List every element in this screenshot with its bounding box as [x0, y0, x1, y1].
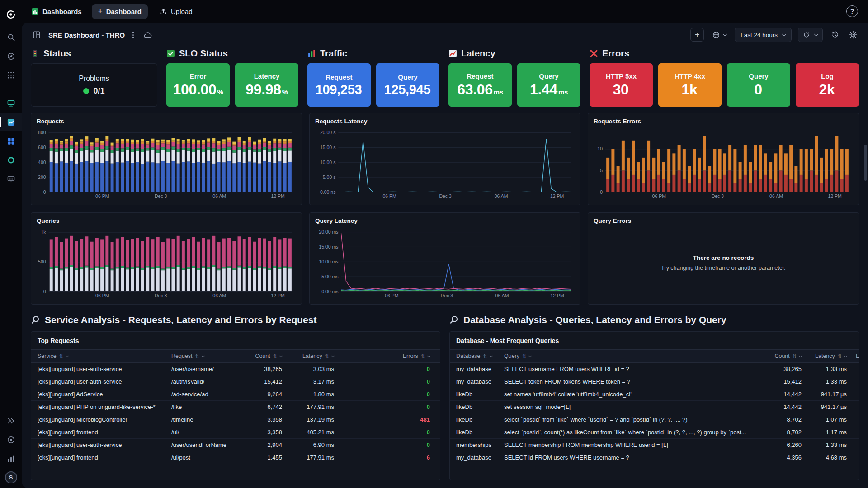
svg-text:0: 0: [600, 189, 603, 195]
gear-icon[interactable]: [847, 29, 859, 41]
sort-icon[interactable]: ⇅: [483, 353, 487, 359]
add-widget-button[interactable]: +: [690, 28, 704, 42]
kebab-menu-icon[interactable]: [131, 30, 136, 40]
tile-http-5xx[interactable]: HTTP 5xx30: [590, 63, 653, 107]
chart-canvas[interactable]: 0.00 ns5.00 s10.00 s15.00 s20.00 s06 PMD…: [315, 126, 575, 200]
table-row[interactable]: likeDbset names 'utf8mb4' collate 'utf8m…: [450, 388, 859, 401]
chevron-down-icon[interactable]: [66, 354, 69, 357]
app-logo-icon[interactable]: [0, 5, 22, 23]
table-row[interactable]: [eks][unguard] frontend/ui/post1,455177.…: [31, 451, 440, 464]
column-header-database[interactable]: Database⇅: [450, 350, 500, 363]
chart-canvas[interactable]: 020040060080006 PMDec 306 AM12 PM: [37, 126, 296, 200]
chevron-down-icon[interactable]: [844, 354, 847, 357]
sort-icon[interactable]: ⇅: [325, 353, 329, 359]
chart-requests-latency[interactable]: Requests Latency 0.00 ns5.00 s10.00 s15.…: [309, 113, 580, 205]
dashboard-tab-label: Dashboard: [106, 8, 142, 15]
globe-dropdown[interactable]: [710, 29, 728, 41]
help-button[interactable]: ?: [846, 5, 858, 17]
chart-requests-errors[interactable]: Requests Errors 051006 PMDec 306 AM12 PM: [588, 113, 859, 205]
chevron-down-icon[interactable]: [799, 354, 802, 357]
chevron-down-icon[interactable]: [331, 354, 335, 357]
monitor-gray-icon[interactable]: [0, 170, 22, 188]
table-row[interactable]: my_databaseSELECT username FROM users WH…: [450, 363, 859, 375]
dashboard-layout-icon[interactable]: [31, 29, 42, 41]
column-header-count[interactable]: Count⇅: [763, 350, 806, 363]
chart-canvas[interactable]: 051006 PMDec 306 AM12 PM: [594, 126, 853, 200]
monitoring-icon[interactable]: [0, 94, 22, 112]
top-requests-table: Service⇅Request⇅Count⇅Latency⇅Errors⇅[ek…: [31, 349, 440, 464]
table-title: Top Requests: [31, 332, 440, 349]
tile-http-4xx[interactable]: HTTP 4xx1k: [658, 63, 722, 107]
table-row[interactable]: [eks][unguard] frontend/ui/3,358405.21 m…: [31, 426, 440, 439]
sort-icon[interactable]: ⇅: [522, 353, 526, 359]
expand-sidebar-icon[interactable]: [0, 412, 22, 430]
table-row[interactable]: [eks][unguard] AdService/ad-service/ad9,…: [31, 388, 440, 401]
tile-query[interactable]: Query125,945: [376, 63, 439, 107]
chevron-down-icon[interactable]: [814, 32, 819, 36]
sort-icon[interactable]: ⇅: [793, 353, 797, 359]
table-row[interactable]: my_databaseSELECT token FROM tokens WHER…: [450, 375, 859, 388]
chevron-down-icon[interactable]: [279, 354, 283, 357]
scrollbar-thumb[interactable]: [864, 145, 867, 181]
column-header-errors[interactable]: Errors⇅: [339, 350, 440, 363]
chart-query-errors[interactable]: Query Errors There are no records Try ch…: [588, 212, 859, 305]
chevron-down-icon[interactable]: [427, 354, 430, 357]
table-row[interactable]: likeDbselect `postId`, count(*) as likeC…: [450, 426, 859, 439]
tile-latency[interactable]: Latency99.98%: [235, 63, 298, 107]
table-row[interactable]: [eks][unguard] MicroblogController/timel…: [31, 413, 440, 426]
problems-panel[interactable]: Problems 0/1: [31, 63, 157, 107]
table-row[interactable]: [eks][unguard] user-auth-service/auth/is…: [31, 375, 440, 388]
tile-query[interactable]: Query0: [727, 63, 790, 107]
column-header-service[interactable]: Service⇅: [31, 350, 167, 363]
sort-icon[interactable]: ⇅: [273, 353, 277, 359]
explore-icon[interactable]: [0, 47, 22, 65]
tile-request[interactable]: Request109,253: [307, 63, 371, 107]
upload-button[interactable]: Upload: [160, 8, 193, 15]
table-row[interactable]: [eks][unguard] user-auth-service/user/us…: [31, 439, 440, 451]
chevron-down-icon[interactable]: [202, 354, 205, 357]
column-header-query[interactable]: Query⇅: [500, 350, 763, 363]
sort-icon[interactable]: ⇅: [838, 353, 842, 359]
cloud-sync-icon[interactable]: [142, 29, 154, 41]
table-row[interactable]: my_databaseSELECT id FROM users WHERE us…: [450, 451, 859, 464]
apps-grid-icon[interactable]: [0, 66, 22, 84]
chart-canvas[interactable]: 0.00 ms5.00 ms10.00 ms15.00 ms20.00 ms06…: [315, 225, 575, 300]
tile-request[interactable]: Request63.06ms: [448, 63, 512, 107]
sort-icon[interactable]: ⇅: [59, 353, 63, 359]
tab-dashboard[interactable]: + Dashboard: [92, 4, 148, 19]
table-row[interactable]: membershipsSELECT membership FROM member…: [450, 439, 859, 451]
usage-chart-icon[interactable]: [0, 450, 22, 468]
chart-canvas[interactable]: 05001k06 PMDec 306 AM12 PM: [37, 225, 296, 300]
chevron-down-icon[interactable]: [528, 354, 532, 357]
time-range-picker[interactable]: Last 24 hours: [735, 28, 792, 42]
column-header-request[interactable]: Request⇅: [167, 350, 244, 363]
tracing-ring-icon[interactable]: [0, 151, 22, 169]
search-icon[interactable]: [0, 28, 22, 46]
tile-error[interactable]: Error100.00%: [166, 63, 230, 107]
sidebar-item-dashboards-active[interactable]: [0, 113, 22, 131]
column-header-e[interactable]: E: [851, 350, 859, 363]
chart-requests[interactable]: Requests 020040060080006 PMDec 306 AM12 …: [31, 113, 302, 205]
table-row[interactable]: [eks][unguard] user-auth-service/user/us…: [31, 363, 440, 375]
refresh-icon[interactable]: [803, 31, 810, 38]
column-header-count[interactable]: Count⇅: [244, 350, 287, 363]
history-icon[interactable]: [829, 29, 841, 41]
chart-query-latency[interactable]: Query Latency 0.00 ms5.00 ms10.00 ms15.0…: [309, 212, 580, 305]
tile-log[interactable]: Log2k: [796, 63, 859, 107]
table-row[interactable]: likeDbselect `postId` from `like` where …: [450, 413, 859, 426]
column-header-latency[interactable]: Latency⇅: [806, 350, 851, 363]
support-icon[interactable]: [0, 431, 22, 449]
user-avatar[interactable]: S: [5, 471, 17, 483]
table-cell: 14,442: [763, 388, 806, 401]
column-header-latency[interactable]: Latency⇅: [287, 350, 339, 363]
refresh-split-button[interactable]: [798, 28, 823, 42]
breadcrumb-dashboards[interactable]: Dashboards: [32, 8, 82, 15]
table-row[interactable]: likeDbset session sql_mode=[L]14,442941.…: [450, 401, 859, 413]
sort-icon[interactable]: ⇅: [421, 353, 425, 359]
chart-queries[interactable]: Queries 05001k06 PMDec 306 AM12 PM: [31, 212, 302, 305]
tile-query[interactable]: Query1.44ms: [517, 63, 580, 107]
grid-apps-blue-icon[interactable]: [0, 132, 22, 150]
chevron-down-icon[interactable]: [490, 354, 493, 357]
table-row[interactable]: [eks][unguard] PHP on unguard-like-servi…: [31, 401, 440, 413]
sort-icon[interactable]: ⇅: [195, 353, 199, 359]
